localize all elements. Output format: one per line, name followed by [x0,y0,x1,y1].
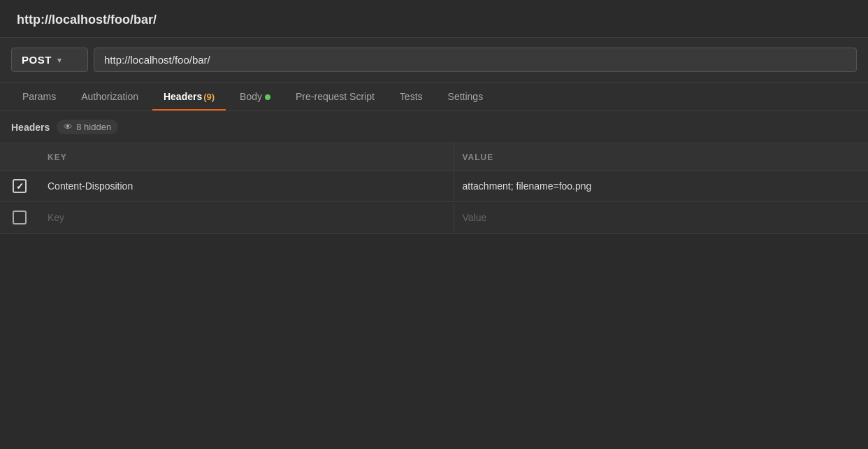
url-input[interactable] [94,48,857,72]
tab-headers[interactable]: Headers(9) [152,83,226,111]
empty-row-value-cell[interactable]: Value [454,204,869,231]
row-key-cell[interactable]: Content-Disposition [39,172,454,200]
request-bar: POST ▾ [0,38,868,83]
key-placeholder: Key [48,212,64,223]
tab-params[interactable]: Params [11,83,67,111]
hidden-count-label: 8 hidden [76,122,111,132]
key-column-header: KEY [48,152,67,162]
tab-body[interactable]: Body [229,83,282,111]
table-row: ✓ Content-Disposition attachment; filena… [0,171,868,202]
value-placeholder: Value [463,212,487,223]
headers-table: KEY VALUE ✓ Content-Disposition attachme… [0,143,868,234]
title-bar: http://localhost/foo/bar/ [0,0,868,37]
checkmark-icon: ✓ [16,182,24,191]
table-value-col-header: VALUE [454,143,869,170]
tab-settings[interactable]: Settings [437,83,495,111]
row-value-cell[interactable]: attachment; filename=foo.png [454,172,869,200]
table-checkbox-col-header [0,150,39,164]
headers-section-label: Headers [11,122,50,133]
eye-icon: 👁 [64,122,73,132]
row-checkbox-wrapper[interactable]: ✓ [0,171,39,201]
method-selector[interactable]: POST ▾ [11,48,88,72]
empty-row-checkbox[interactable] [13,211,27,224]
page-title: http://localhost/foo/bar/ [17,13,157,27]
method-chevron-icon: ▾ [57,55,62,65]
headers-section: Headers 👁 8 hidden [0,111,868,143]
tab-pre-request-script[interactable]: Pre-request Script [284,83,386,111]
row-checkbox[interactable]: ✓ [13,179,27,193]
method-label: POST [22,54,52,66]
headers-badge: (9) [203,92,215,102]
hidden-headers-badge[interactable]: 👁 8 hidden [57,120,118,134]
value-column-header: VALUE [463,152,494,162]
table-empty-row: Key Value [0,202,868,234]
tab-authorization[interactable]: Authorization [70,83,150,111]
table-header-row: KEY VALUE [0,143,868,171]
empty-row-checkbox-wrapper [0,202,39,233]
body-dot-icon [265,94,270,100]
tabs-bar: Params Authorization Headers(9) Body Pre… [0,83,868,111]
empty-row-key-cell[interactable]: Key [39,204,454,231]
table-key-col-header: KEY [39,143,454,170]
tab-tests[interactable]: Tests [389,83,434,111]
